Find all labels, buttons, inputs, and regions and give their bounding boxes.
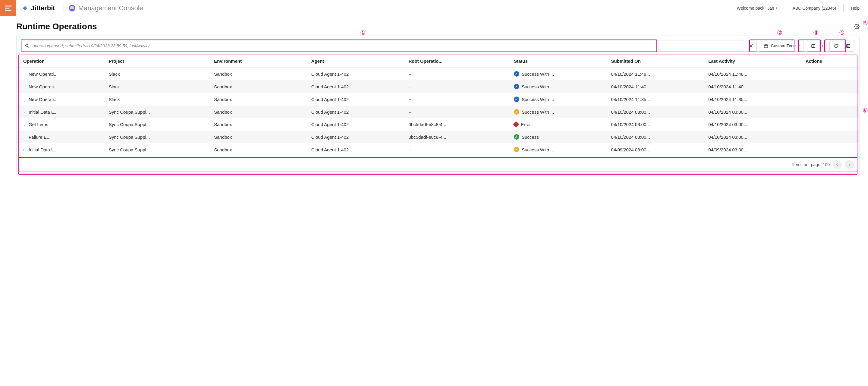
environment-cell: Sandbox bbox=[211, 106, 308, 118]
operations-table: Operation Project Environment Agent Root… bbox=[17, 55, 859, 156]
refresh-icon bbox=[833, 43, 838, 48]
last-activity-cell: 04/10/2024 03:00... bbox=[705, 130, 803, 143]
status-text: Error bbox=[521, 122, 531, 127]
col-root[interactable]: Root Operatio... bbox=[405, 55, 511, 67]
hamburger-icon bbox=[5, 5, 11, 11]
col-agent[interactable]: Agent bbox=[308, 55, 406, 67]
top-right: Welcome back, Jan ▾ ABC Company (12345) … bbox=[737, 4, 868, 12]
col-actions[interactable]: Actions bbox=[803, 55, 859, 67]
table-row[interactable]: New Operati...SlackSandboxCloud Agent 1-… bbox=[17, 93, 859, 106]
time-range-label: Custom Time bbox=[771, 43, 796, 48]
org-label: ABC Company (12345) bbox=[792, 6, 836, 10]
page-title: Runtime Operations bbox=[16, 22, 97, 31]
prev-page-button[interactable] bbox=[833, 160, 842, 169]
agent-cell: Cloud Agent 1-402 bbox=[308, 80, 406, 93]
actions-cell[interactable] bbox=[803, 80, 859, 93]
operation-name: Initial Data L... bbox=[29, 110, 58, 115]
save-view-group: ▾ bbox=[807, 40, 827, 52]
save-view-button[interactable] bbox=[807, 40, 819, 52]
project-cell: Slack bbox=[106, 67, 211, 81]
search-wrap bbox=[22, 40, 757, 52]
user-menu[interactable]: Welcome back, Jan ▾ bbox=[737, 6, 778, 10]
root-cell: -- bbox=[405, 80, 511, 93]
table-row[interactable]: ›Initial Data L...Sync Coupa Suppl...San… bbox=[17, 143, 859, 156]
project-cell: Slack bbox=[106, 93, 211, 106]
status-badge-icon: ✓ bbox=[514, 84, 519, 89]
submitted-cell: 04/09/2024 03:00... bbox=[608, 143, 706, 156]
dashboard-icon bbox=[69, 5, 75, 11]
status-badge-icon: ✓ bbox=[514, 96, 519, 102]
chevron-down-icon: ▾ bbox=[822, 44, 824, 48]
table-row[interactable]: New Operati...SlackSandboxCloud Agent 1-… bbox=[17, 67, 859, 81]
tree-caret-icon[interactable]: › bbox=[23, 148, 27, 151]
refresh-columns-group bbox=[830, 40, 855, 52]
operation-name: Initial Data L... bbox=[29, 147, 58, 152]
tree-caret-icon[interactable]: ⌄ bbox=[23, 122, 27, 126]
actions-cell[interactable] bbox=[803, 106, 859, 118]
search-input[interactable] bbox=[22, 40, 757, 52]
environment-cell: Sandbox bbox=[211, 80, 308, 93]
status-text: Success bbox=[522, 135, 539, 140]
environment-cell: Sandbox bbox=[211, 93, 308, 106]
last-activity-cell: 04/09/2024 03:00... bbox=[705, 143, 803, 156]
brand-name: Jitterbit bbox=[31, 4, 55, 12]
submitted-cell: 04/10/2024 11:48... bbox=[608, 67, 706, 81]
agent-cell: Cloud Agent 1-402 bbox=[308, 67, 406, 81]
menu-button[interactable] bbox=[0, 0, 16, 16]
settings-gear-icon[interactable] bbox=[854, 24, 860, 29]
main-panel: Custom Time ▾ ▾ bbox=[16, 36, 860, 174]
time-range-button[interactable]: Custom Time ▾ bbox=[760, 40, 804, 52]
submitted-cell: 04/10/2024 03:00... bbox=[608, 106, 706, 118]
operation-name: Failure E... bbox=[29, 135, 51, 140]
root-cell: -- bbox=[405, 106, 511, 118]
operation-name: New Operati... bbox=[29, 71, 58, 77]
brand: Jitterbit bbox=[16, 4, 61, 12]
save-icon bbox=[811, 43, 815, 48]
status-badge-icon: ! bbox=[513, 121, 519, 127]
col-operation[interactable]: Operation bbox=[17, 55, 106, 67]
toolbar: Custom Time ▾ ▾ bbox=[17, 36, 859, 55]
operation-name: New Operati... bbox=[29, 84, 58, 89]
actions-cell[interactable] bbox=[803, 67, 859, 81]
col-environment[interactable]: Environment bbox=[211, 55, 308, 67]
project-cell: Sync Coupa Suppl... bbox=[106, 143, 211, 156]
svg-rect-4 bbox=[846, 44, 849, 47]
save-view-dropdown[interactable]: ▾ bbox=[819, 40, 827, 52]
agent-cell: Cloud Agent 1-402 bbox=[308, 118, 406, 130]
submitted-cell: 04/10/2024 11:35... bbox=[608, 93, 706, 106]
col-last[interactable]: Last Activity bbox=[705, 55, 803, 67]
col-project[interactable]: Project bbox=[106, 55, 211, 67]
pager: Items per page: 100 bbox=[17, 156, 859, 172]
status-badge-icon: ✓ bbox=[514, 71, 519, 77]
status-text: Success With ... bbox=[522, 84, 554, 89]
table-row[interactable]: Failure E...Sync Coupa Suppl...SandboxCl… bbox=[17, 130, 859, 143]
actions-cell[interactable] bbox=[803, 143, 859, 156]
status-text: Success With ... bbox=[522, 71, 554, 77]
col-submitted[interactable]: Submitted On bbox=[608, 55, 706, 67]
actions-cell[interactable] bbox=[803, 93, 859, 106]
col-status[interactable]: Status bbox=[511, 55, 608, 67]
table-row[interactable]: New Operati...SlackSandboxCloud Agent 1-… bbox=[17, 80, 859, 93]
status-text: Success With ... bbox=[522, 110, 554, 115]
environment-cell: Sandbox bbox=[211, 143, 308, 156]
root-cell: -- bbox=[405, 143, 511, 156]
status-text: Success With ... bbox=[522, 147, 554, 152]
refresh-button[interactable] bbox=[830, 40, 842, 52]
tree-caret-icon[interactable]: ⌄ bbox=[23, 110, 27, 114]
last-activity-cell: 04/10/2024 11:40... bbox=[705, 80, 803, 93]
help-link[interactable]: Help bbox=[851, 6, 860, 10]
table-wrap: Operation Project Environment Agent Root… bbox=[17, 55, 859, 156]
clear-icon[interactable] bbox=[749, 44, 753, 48]
annotation-6: ⑥ bbox=[863, 107, 868, 114]
actions-cell[interactable] bbox=[803, 130, 859, 143]
root-cell: -- bbox=[405, 67, 511, 81]
columns-button[interactable] bbox=[842, 40, 855, 52]
divider bbox=[843, 4, 844, 12]
actions-cell[interactable] bbox=[803, 118, 859, 130]
table-row[interactable]: ⌄Get ItemsSync Coupa Suppl...SandboxClou… bbox=[17, 118, 859, 130]
next-page-button[interactable] bbox=[845, 160, 854, 169]
brand-logo-icon bbox=[22, 5, 28, 11]
submitted-cell: 04/10/2024 11:40... bbox=[608, 80, 706, 93]
table-row[interactable]: ⌄Initial Data L...Sync Coupa Suppl...San… bbox=[17, 106, 859, 118]
project-cell: Sync Coupa Suppl... bbox=[106, 106, 211, 118]
